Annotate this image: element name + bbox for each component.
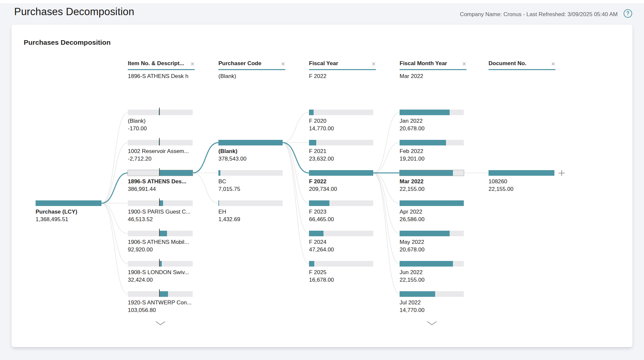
- close-icon[interactable]: ✕: [188, 62, 195, 67]
- window-top-strip: [0, 0, 644, 3]
- close-icon[interactable]: ✕: [279, 62, 285, 67]
- chevron-down-icon[interactable]: [427, 321, 437, 327]
- close-icon[interactable]: ✕: [460, 62, 466, 67]
- node-label: Purchase (LCY): [36, 208, 101, 216]
- node-value: 32,424.00: [128, 276, 193, 284]
- node-bar: [309, 170, 373, 176]
- connector-line: [373, 173, 400, 203]
- tree-node[interactable]: 10826022,155.00: [489, 170, 554, 193]
- page-header: Purchases Decomposition Company Name: Cr…: [0, 3, 644, 25]
- node-value: 209,734.00: [309, 185, 373, 193]
- tree-node[interactable]: 1900-S PARIS Guest C...46,513.52: [128, 200, 193, 223]
- tree-node[interactable]: Jan 202220,678.00: [400, 110, 464, 132]
- node-value: 378,543.00: [218, 155, 283, 163]
- node-value: -170.00: [128, 125, 193, 132]
- connector-line-selected: [193, 143, 218, 173]
- node-label: (Blank): [128, 117, 193, 125]
- node-label: 1900-S PARIS Guest C...: [128, 208, 193, 216]
- column-selected-value: 1896-S ATHENS Desk h: [128, 73, 188, 80]
- report-card: Purchases Decomposition Purchase (LCY)1,…: [12, 25, 632, 347]
- connector-line: [101, 203, 128, 264]
- node-label: 1906-S ATHENS Mobil...: [128, 238, 193, 246]
- close-icon[interactable]: ✕: [549, 62, 555, 67]
- node-bar: [309, 231, 373, 236]
- node-label: F 2022: [309, 178, 373, 185]
- node-bar: [400, 110, 464, 115]
- zero-line-tick: [159, 229, 160, 236]
- tree-node[interactable]: 1002 Reservoir Assem...-2,712.20: [128, 140, 193, 163]
- tree-node[interactable]: Jun 202222,155.00: [400, 261, 464, 284]
- tree-node[interactable]: F 2022209,734.00: [309, 170, 373, 193]
- tree-node[interactable]: 1896-S ATHENS Des...386,991.44: [128, 170, 193, 193]
- connector-line: [373, 173, 400, 294]
- node-bar: [309, 110, 373, 115]
- node-value: 14,770.00: [309, 125, 373, 132]
- node-label: May 2022: [400, 238, 464, 246]
- zero-line-tick: [159, 108, 160, 115]
- column-header-4: Fiscal Month Year✕: [400, 60, 466, 70]
- node-bar: [128, 110, 193, 115]
- node-label: Feb 2022: [400, 147, 464, 155]
- node-label: Mar 2022: [400, 178, 464, 185]
- node-bar: [400, 231, 464, 236]
- tree-node[interactable]: (Blank)-170.00: [128, 110, 193, 132]
- node-value: 1,432.69: [218, 216, 283, 223]
- node-value: 23,632.00: [309, 155, 373, 163]
- tree-node[interactable]: 1906-S ATHENS Mobil...92,920.00: [128, 231, 193, 253]
- node-bar: [36, 200, 101, 206]
- node-bar: [128, 200, 193, 206]
- connector-line-selected: [283, 143, 309, 173]
- tree-node[interactable]: 1908-S LONDON Swiv...32,424.00: [128, 261, 193, 284]
- tree-node[interactable]: F 202366,465.00: [309, 200, 373, 223]
- root-node[interactable]: Purchase (LCY)1,368,495.51: [36, 200, 101, 223]
- node-bar: [400, 200, 464, 206]
- node-label: 1920-S ANTWERP Con...: [128, 299, 193, 306]
- tree-node[interactable]: F 202123,632.00: [309, 140, 373, 163]
- node-bar-fill: [400, 261, 453, 267]
- tree-node[interactable]: 1920-S ANTWERP Con...103,056.80: [128, 291, 193, 314]
- column-header-5: Document No.✕: [489, 60, 555, 70]
- company-refresh-info: Company Name: Cronus - Last Refreshed: 3…: [460, 11, 618, 18]
- tree-node[interactable]: F 202516,678.00: [309, 261, 373, 284]
- tree-node[interactable]: BC7,015.75: [218, 170, 283, 193]
- node-value: 20,678.00: [400, 246, 464, 253]
- close-icon[interactable]: ✕: [370, 62, 376, 67]
- node-label: F 2025: [309, 269, 373, 276]
- zero-line-tick: [159, 289, 160, 297]
- node-label: (Blank): [218, 147, 283, 155]
- tree-node[interactable]: Apr 202226,586.00: [400, 200, 464, 223]
- node-label: EH: [218, 208, 283, 216]
- column-header-2: Purchaser Code✕: [218, 60, 285, 70]
- node-label: 1908-S LONDON Swiv...: [128, 269, 193, 276]
- connector-line: [193, 173, 218, 203]
- node-bar-fill: [218, 200, 219, 206]
- tree-node[interactable]: Jul 202214,770.00: [400, 291, 464, 314]
- connector-line: [101, 203, 128, 234]
- node-bar: [218, 140, 283, 145]
- column-header-3: Fiscal Year✕: [309, 60, 376, 70]
- connector-line: [283, 143, 309, 264]
- tree-node[interactable]: Feb 202219,201.00: [400, 140, 464, 163]
- node-bar-fill: [400, 140, 446, 145]
- node-bar: [309, 200, 373, 206]
- connector-line: [101, 143, 128, 203]
- tree-node[interactable]: F 202014,770.00: [309, 110, 373, 132]
- chevron-down-icon[interactable]: [155, 321, 166, 327]
- connector-line: [373, 143, 400, 173]
- help-icon[interactable]: ?: [624, 9, 632, 18]
- column-header-label: Item No. & Descript...: [128, 60, 184, 67]
- connector-line: [283, 143, 309, 234]
- node-bar: [128, 291, 193, 297]
- expand-plus-icon[interactable]: [558, 170, 565, 178]
- tree-node[interactable]: EH1,432.69: [218, 200, 283, 223]
- tree-node[interactable]: (Blank)378,543.00: [218, 140, 283, 163]
- node-bar-fill: [218, 140, 283, 145]
- tree-node[interactable]: F 202447,264.00: [309, 231, 373, 253]
- connector-line-selected: [101, 173, 128, 203]
- node-bar-fill: [159, 170, 193, 176]
- node-bar-fill: [400, 110, 450, 115]
- tree-node[interactable]: May 202220,678.00: [400, 231, 464, 253]
- connector-line: [283, 143, 309, 203]
- zero-line-tick: [159, 198, 160, 206]
- tree-node[interactable]: Mar 202222,155.00: [400, 170, 464, 193]
